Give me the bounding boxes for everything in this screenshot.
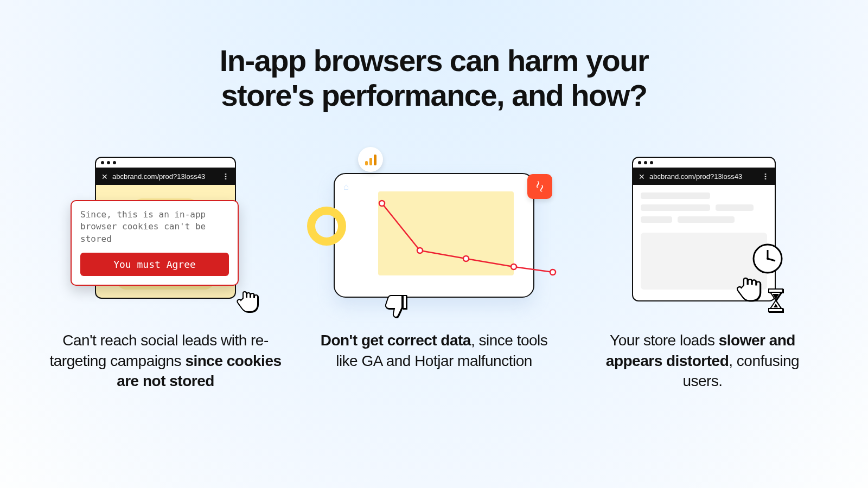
url-text: abcbrand.com/prod?13loss43 — [112, 172, 218, 181]
alert-message: Since, this is an in-app browser cookies… — [80, 209, 229, 245]
url-text: abcbrand.com/prod?13loss43 — [649, 172, 757, 181]
svg-line-0 — [382, 203, 420, 251]
traffic-dot-icon — [644, 161, 647, 164]
cap-bold: Don't get correct data — [321, 332, 471, 349]
svg-point-12 — [767, 258, 769, 260]
caption-cookies: Can't reach social leads with re-targeti… — [49, 330, 282, 391]
address-bar: ✕ abcbrand.com/prod?13loss43 ⋯ — [95, 169, 236, 185]
svg-line-3 — [514, 267, 553, 272]
illustration-slow: ✕ abcbrand.com/prod?13loss43 ⋯ — [594, 157, 811, 314]
hotjar-icon — [527, 174, 552, 199]
clock-icon — [751, 242, 784, 275]
panels-row: ✕ abcbrand.com/prod?13loss43 ⋯ Since, th… — [0, 157, 868, 391]
kebab-menu-icon: ⋯ — [762, 173, 770, 181]
illustration-analytics: ⌂ — [326, 157, 542, 314]
skeleton-row — [641, 204, 767, 216]
traffic-dot-icon — [101, 161, 104, 164]
svg-point-5 — [417, 248, 423, 253]
cookie-alert: Since, this is an in-app browser cookies… — [71, 200, 239, 286]
home-icon: ⌂ — [343, 182, 349, 192]
traffic-dot-icon — [650, 161, 653, 164]
skeleton-line — [641, 216, 672, 223]
skeleton-line — [641, 204, 710, 211]
caption-slow: Your store loads slower and appears dist… — [586, 330, 819, 391]
address-bar: ✕ abcbrand.com/prod?13loss43 ⋯ — [632, 169, 776, 185]
panel-cookies: ✕ abcbrand.com/prod?13loss43 ⋯ Since, th… — [46, 157, 285, 391]
kebab-menu-icon: ⋯ — [222, 173, 230, 181]
traffic-dot-icon — [638, 161, 641, 164]
ring-icon — [307, 207, 346, 246]
thumbs-down-icon — [382, 291, 413, 324]
illustration-cookies: ✕ abcbrand.com/prod?13loss43 ⋯ Since, th… — [57, 157, 274, 314]
skeleton-line — [678, 216, 735, 223]
caption-analytics: Don't get correct data, since tools like… — [317, 330, 551, 371]
svg-point-7 — [511, 264, 516, 269]
traffic-dot-icon — [113, 161, 116, 164]
close-icon: ✕ — [101, 172, 108, 181]
panel-analytics: ⌂ — [315, 157, 553, 391]
window-titlebar — [632, 157, 776, 169]
traffic-dot-icon — [107, 161, 110, 164]
panel-slow: ✕ abcbrand.com/prod?13loss43 ⋯ — [583, 157, 822, 391]
svg-point-6 — [463, 256, 469, 261]
skeleton-row — [641, 216, 767, 228]
heading-line-1: In-app browsers can harm your — [220, 43, 648, 78]
google-analytics-icon — [358, 147, 383, 172]
page-title: In-app browsers can harm your store's pe… — [0, 0, 868, 113]
analytics-card: ⌂ — [334, 173, 534, 298]
agree-button[interactable]: You must Agree — [80, 253, 229, 276]
skeleton-line — [716, 204, 754, 211]
cursor-hand-icon — [235, 287, 260, 317]
hourglass-icon — [767, 288, 785, 315]
cap-text: Your store loads — [610, 332, 719, 349]
skeleton-line — [641, 192, 710, 199]
cursor-hand-icon — [735, 273, 763, 306]
window-titlebar — [95, 157, 236, 169]
svg-line-1 — [420, 251, 466, 259]
svg-point-4 — [379, 201, 385, 206]
heading-line-2: store's performance, and how? — [221, 78, 647, 112]
svg-point-8 — [550, 269, 556, 275]
line-chart — [379, 199, 558, 297]
svg-line-2 — [466, 259, 514, 267]
close-icon: ✕ — [639, 172, 645, 181]
